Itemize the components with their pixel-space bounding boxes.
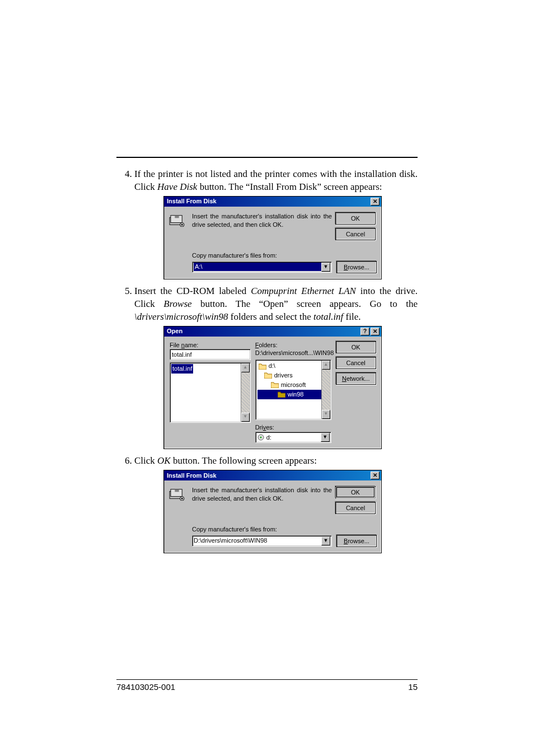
titlebar[interactable]: Open ? ✕ — [164, 326, 381, 337]
titlebar[interactable]: Install From Disk ✕ — [164, 470, 381, 480]
cancel-button[interactable]: Cancel — [335, 502, 376, 514]
folders-path: D:\drivers\microsoft...\WIN98 — [255, 349, 331, 357]
svg-point-11 — [181, 498, 183, 500]
path-value: A:\ — [194, 263, 321, 271]
path-combobox[interactable]: D:\drivers\microsoft\WIN98 ▼ — [192, 535, 332, 547]
folder-tree[interactable]: d:\ drivers microsoft — [255, 360, 331, 420]
scrollbar[interactable]: ▲ ▼ — [241, 363, 250, 422]
browse-button[interactable]: Browse... — [336, 261, 377, 273]
s5e: button. The “Open” screen appears. Go to… — [192, 298, 418, 309]
browse-label: Browse — [163, 298, 191, 309]
page-footer: 784103025-001 15 — [116, 679, 418, 692]
s6a: Click — [134, 455, 157, 466]
svg-rect-9 — [175, 489, 179, 492]
drives-combobox[interactable]: d: ▼ — [255, 432, 331, 443]
folder-item-d[interactable]: d:\ — [257, 361, 329, 371]
step-4: If the printer is not listed and the pri… — [134, 168, 418, 279]
install-from-disk-dialog-2: Install From Disk ✕ — [163, 470, 382, 553]
open-dialog: Open ? ✕ File name: total.inf — [163, 326, 382, 450]
copy-from-label: Copy manufacturer's files from: — [192, 525, 377, 534]
close-icon[interactable]: ✕ — [371, 472, 380, 479]
s5i: file. — [343, 311, 360, 322]
filename-input[interactable] — [170, 349, 251, 360]
s6c: button. The following screen appears: — [171, 455, 317, 466]
scroll-up-icon[interactable]: ▲ — [322, 361, 330, 370]
copy-from-label: Copy manufacturer's files from: — [192, 251, 377, 260]
cancel-button[interactable]: Cancel — [335, 228, 376, 240]
folders-label: Folders: — [255, 341, 331, 349]
chevron-down-icon[interactable]: ▼ — [321, 263, 330, 272]
install-from-disk-dialog-1: Install From Disk ✕ — [163, 196, 382, 279]
step-6: Click OK button. The following screen ap… — [134, 455, 418, 553]
svg-point-6 — [260, 437, 261, 438]
path-label: \drivers\microsoft\win98 — [134, 311, 228, 322]
path-value: D:\drivers\microsoft\WIN98 — [194, 536, 321, 545]
s5a: Insert the CD-ROM labeled — [134, 286, 251, 296]
folder-item-win98[interactable]: win98 — [257, 390, 329, 399]
footer-doc-number: 784103025-001 — [116, 682, 408, 692]
dialog-title: Install From Disk — [166, 197, 369, 206]
footer-page-number: 15 — [408, 682, 418, 692]
scroll-down-icon[interactable]: ▼ — [322, 410, 330, 419]
scrollbar[interactable]: ▲ ▼ — [321, 361, 330, 419]
dialog-title: Install From Disk — [166, 472, 369, 480]
have-disk-label: Have Disk — [157, 181, 197, 192]
top-rule — [116, 157, 418, 158]
drives-label: Drives: — [255, 423, 331, 432]
step-5: Insert the CD-ROM labeled Compuprint Eth… — [134, 285, 418, 449]
disk-icon — [168, 486, 192, 517]
file-listbox[interactable]: total.inf ▲ ▼ — [170, 362, 251, 423]
dialog-message: Insert the manufacturer's installation d… — [192, 486, 335, 517]
chevron-down-icon[interactable]: ▼ — [321, 536, 330, 545]
close-icon[interactable]: ✕ — [371, 328, 380, 335]
s5g: folders and select the — [228, 311, 313, 322]
ok-button[interactable]: OK — [335, 212, 376, 225]
disk-icon — [168, 212, 192, 244]
cancel-button[interactable]: Cancel — [336, 357, 376, 369]
list-item[interactable]: total.inf — [171, 364, 193, 374]
scroll-up-icon[interactable]: ▲ — [241, 363, 250, 372]
cd-drive-icon — [257, 433, 265, 441]
folder-item-drivers[interactable]: drivers — [257, 371, 329, 380]
titlebar[interactable]: Install From Disk ✕ — [164, 197, 381, 207]
svg-rect-2 — [175, 216, 179, 218]
network-button[interactable]: Network... — [336, 372, 376, 385]
scroll-down-icon[interactable]: ▼ — [241, 413, 250, 422]
help-icon[interactable]: ? — [360, 328, 369, 335]
svg-point-4 — [181, 224, 183, 226]
drive-value: d: — [266, 433, 321, 442]
step-4-text-c: button. The “Install From Disk” screen a… — [197, 181, 382, 192]
ok-button[interactable]: OK — [336, 341, 376, 353]
close-icon[interactable]: ✕ — [371, 198, 380, 206]
browse-button[interactable]: Browse... — [336, 535, 377, 547]
instruction-list: If the printer is not listed and the pri… — [116, 168, 418, 553]
cd-label: Compuprint Ethernet LAN — [251, 286, 356, 296]
folder-item-microsoft[interactable]: microsoft — [257, 380, 329, 390]
inf-label: total.inf — [313, 311, 343, 322]
path-combobox[interactable]: A:\ ▼ — [192, 262, 332, 273]
ok-label: OK — [157, 455, 171, 466]
filename-label: File name: — [170, 341, 251, 349]
dialog-message: Insert the manufacturer's installation d… — [192, 212, 335, 244]
chevron-down-icon[interactable]: ▼ — [321, 433, 330, 442]
ok-button[interactable]: OK — [335, 486, 376, 498]
dialog-title: Open — [166, 327, 359, 335]
